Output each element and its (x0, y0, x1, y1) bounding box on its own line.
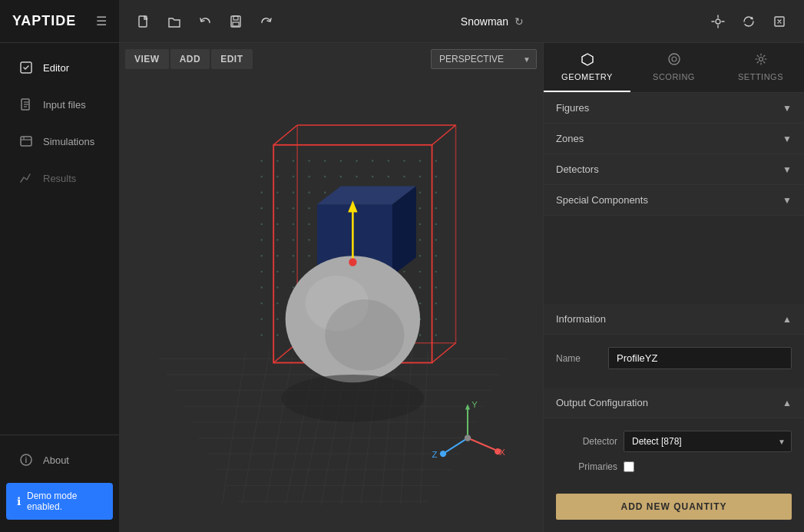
svg-point-96 (419, 223, 421, 225)
svg-point-38 (260, 160, 262, 161)
scale-icon[interactable] (767, 9, 792, 34)
special-components-chevron-icon: ▼ (782, 195, 792, 206)
svg-point-98 (260, 239, 262, 240)
add-quantity-button[interactable]: ADD NEW QUANTITY (556, 494, 792, 520)
svg-point-76 (293, 207, 294, 209)
redo-button[interactable] (254, 9, 279, 34)
tab-scoring[interactable]: SCORING (630, 43, 717, 92)
svg-point-53 (308, 176, 309, 177)
tab-settings[interactable]: SETTINGS (717, 43, 804, 92)
svg-point-181 (435, 334, 436, 335)
svg-point-49 (435, 160, 436, 161)
svg-point-66 (324, 191, 326, 193)
svg-point-56 (356, 176, 357, 177)
undo-button[interactable] (193, 9, 217, 34)
svg-point-65 (308, 191, 309, 193)
zones-header[interactable]: Zones ▼ (544, 124, 804, 154)
scoring-tab-icon (667, 52, 681, 69)
svg-point-88 (293, 223, 294, 225)
sidebar-item-about[interactable]: i About (6, 443, 113, 477)
edit-button[interactable]: EDIT (211, 49, 252, 69)
svg-point-131 (403, 271, 405, 273)
information-header[interactable]: Information ▲ (544, 304, 804, 335)
svg-point-180 (419, 334, 421, 335)
sidebar-item-results[interactable]: Results (6, 161, 113, 195)
new-button[interactable] (131, 9, 156, 34)
sidebar-bottom: i About ℹ Demo mode enabled. (0, 435, 119, 532)
svg-point-112 (293, 255, 294, 256)
svg-point-169 (435, 319, 436, 320)
detectors-header[interactable]: Detectors ▼ (544, 154, 804, 184)
svg-point-86 (260, 223, 262, 225)
accordion-figures: Figures ▼ (544, 93, 804, 124)
viewport[interactable]: VIEW ADD EDIT PERSPECTIVE ORTHOGRAPHIC ▼ (119, 43, 543, 532)
svg-point-50 (260, 176, 262, 177)
information-label: Information (556, 313, 606, 325)
sidebar-item-label-about: About (43, 454, 69, 466)
refresh-icon[interactable]: ↻ (514, 15, 524, 28)
tab-geometry[interactable]: GEOMETRY (544, 43, 630, 92)
perspective-select[interactable]: PERSPECTIVE ORTHOGRAPHIC (431, 49, 537, 69)
svg-point-158 (260, 319, 262, 320)
svg-point-196 (325, 299, 404, 371)
primaries-checkbox[interactable] (624, 461, 634, 472)
primaries-row: Primaries (556, 461, 792, 472)
output-config-header[interactable]: Output Configuration ▲ (544, 388, 804, 418)
svg-point-134 (260, 286, 262, 288)
svg-point-120 (419, 255, 421, 256)
svg-point-52 (293, 176, 294, 177)
special-components-header[interactable]: Special Components ▼ (544, 185, 804, 215)
sidebar: YAPTIDE ☰ Editor Input files (0, 0, 119, 532)
rotate-icon[interactable] (736, 9, 761, 34)
svg-point-122 (260, 271, 262, 273)
save-button[interactable] (223, 9, 248, 34)
svg-point-159 (276, 319, 278, 320)
hamburger-icon[interactable]: ☰ (96, 14, 107, 28)
svg-point-43 (340, 160, 342, 161)
open-button[interactable] (162, 9, 187, 34)
output-config-label: Output Configuration (556, 397, 648, 408)
view-button[interactable]: VIEW (125, 49, 169, 69)
sidebar-header: YAPTIDE ☰ (0, 0, 119, 43)
svg-point-124 (293, 271, 294, 273)
detector-select-wrapper: Detect [878] Detect [879] Detect [880] ▼ (624, 431, 792, 452)
sidebar-item-editor[interactable]: Editor (6, 51, 113, 84)
demo-toast-text: Demo mode enabled. (27, 491, 102, 512)
svg-point-208 (440, 451, 446, 457)
move-icon[interactable] (706, 9, 730, 34)
sidebar-item-simulations[interactable]: Simulations (6, 124, 113, 158)
svg-point-108 (419, 239, 421, 240)
svg-point-197 (282, 375, 425, 422)
svg-point-45 (372, 160, 373, 161)
add-button[interactable]: ADD (170, 49, 210, 69)
svg-point-145 (435, 286, 436, 288)
detector-select[interactable]: Detect [878] Detect [879] Detect [880] (624, 431, 792, 452)
accordion-detectors: Detectors ▼ (544, 154, 804, 185)
svg-point-144 (419, 286, 421, 288)
svg-text:i: i (25, 456, 28, 464)
svg-point-44 (356, 160, 357, 161)
primaries-checkbox-wrapper (624, 461, 634, 472)
svg-point-136 (293, 286, 294, 288)
svg-point-156 (419, 302, 421, 304)
svg-point-41 (308, 160, 309, 161)
svg-point-39 (276, 160, 278, 161)
output-config-content: Detector Detect [878] Detect [879] Detec… (544, 418, 804, 494)
svg-point-212 (669, 54, 680, 64)
panel-tabs: GEOMETRY SCORING (544, 43, 804, 93)
sidebar-item-input-files[interactable]: Input files (6, 88, 113, 121)
main-content: Snowman ↻ (119, 0, 804, 532)
output-config-chevron-icon: ▲ (782, 398, 792, 408)
sidebar-item-label-input-files: Input files (43, 99, 86, 111)
svg-point-62 (260, 191, 262, 193)
svg-point-61 (435, 176, 436, 177)
simulations-icon (18, 134, 34, 149)
svg-point-214 (759, 58, 763, 61)
settings-tab-icon (754, 52, 768, 69)
svg-text:Z: Z (432, 450, 438, 459)
name-input[interactable] (608, 347, 792, 369)
svg-marker-211 (582, 54, 593, 65)
figures-header[interactable]: Figures ▼ (544, 93, 804, 123)
svg-point-40 (293, 160, 294, 161)
svg-point-74 (260, 207, 262, 209)
